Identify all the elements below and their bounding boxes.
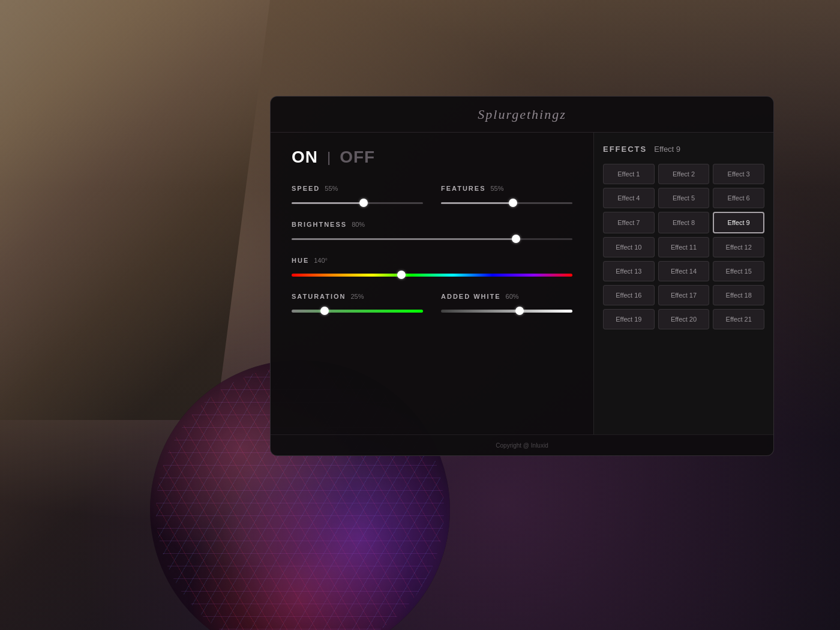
- effect-button-19[interactable]: Effect 19: [603, 309, 655, 329]
- speed-label-row: SPEED 55%: [292, 185, 423, 192]
- hue-value: 140°: [314, 257, 328, 264]
- effect-button-8[interactable]: Effect 8: [658, 212, 710, 233]
- hue-thumb[interactable]: [397, 271, 406, 279]
- power-on-button[interactable]: ON: [292, 148, 318, 167]
- effects-current: Effect 9: [654, 145, 680, 154]
- features-slider-group: FEATURES 55%: [441, 185, 572, 209]
- effect-button-11[interactable]: Effect 11: [658, 237, 710, 257]
- effect-button-12[interactable]: Effect 12: [713, 237, 764, 257]
- brightness-value: 80%: [352, 221, 365, 228]
- speed-track: [292, 202, 423, 204]
- saturation-slider-track-container[interactable]: [292, 305, 423, 317]
- power-divider: |: [327, 149, 331, 166]
- effects-header: EFFECTS Effect 9: [603, 145, 764, 154]
- effect-button-15[interactable]: Effect 15: [713, 261, 764, 281]
- features-slider-track-container[interactable]: [441, 197, 572, 209]
- effect-button-2[interactable]: Effect 2: [658, 164, 710, 184]
- effect-button-5[interactable]: Effect 5: [658, 188, 710, 208]
- added-white-label: ADDED WHITE: [441, 293, 501, 300]
- saturation-thumb[interactable]: [320, 307, 329, 315]
- brightness-thumb[interactable]: [512, 235, 520, 243]
- saturation-track: [292, 310, 423, 313]
- power-off-button[interactable]: OFF: [340, 148, 375, 167]
- hue-label: HUE: [292, 257, 309, 264]
- saturation-label-row: SATURATION 25%: [292, 293, 423, 300]
- effect-button-21[interactable]: Effect 21: [713, 309, 764, 329]
- hue-slider-track-container[interactable]: [292, 269, 572, 281]
- speed-fill: [292, 202, 364, 204]
- hue-track: [292, 274, 572, 277]
- features-fill: [441, 202, 513, 204]
- saturation-value: 25%: [350, 293, 364, 300]
- effects-title: EFFECTS: [603, 145, 647, 154]
- speed-label: SPEED: [292, 185, 320, 192]
- saturation-slider-group: SATURATION 25%: [292, 293, 423, 317]
- power-controls: ON | OFF: [292, 148, 572, 167]
- effect-button-7[interactable]: Effect 7: [603, 212, 655, 233]
- features-value: 55%: [490, 185, 503, 192]
- effect-button-6[interactable]: Effect 6: [713, 188, 764, 208]
- features-track: [441, 202, 572, 204]
- speed-value: 55%: [325, 185, 338, 192]
- effect-button-3[interactable]: Effect 3: [713, 164, 764, 184]
- brightness-label-row: BRIGHTNESS 80%: [292, 221, 572, 228]
- added-white-slider-track-container[interactable]: [441, 305, 572, 317]
- brightness-label: BRIGHTNESS: [292, 221, 347, 228]
- added-white-track: [441, 310, 572, 313]
- effect-button-18[interactable]: Effect 18: [713, 285, 764, 305]
- panel-content: ON | OFF SPEED 55%: [271, 133, 773, 434]
- speed-thumb[interactable]: [359, 199, 368, 207]
- brightness-fill: [292, 238, 516, 240]
- saturation-label: SATURATION: [292, 293, 346, 300]
- effect-button-13[interactable]: Effect 13: [603, 261, 655, 281]
- copyright-text: Copyright @ Inluxid: [496, 442, 548, 449]
- effect-button-1[interactable]: Effect 1: [603, 164, 655, 184]
- logo: Splurgethingz: [478, 107, 566, 122]
- panel-header: Splurgethingz: [271, 97, 773, 133]
- features-label-row: FEATURES 55%: [441, 185, 572, 192]
- added-white-value: 60%: [506, 293, 519, 300]
- effect-button-10[interactable]: Effect 10: [603, 237, 655, 257]
- brightness-track: [292, 238, 572, 240]
- added-white-slider-group: ADDED WHITE 60%: [441, 293, 572, 317]
- panel-footer: Copyright @ Inluxid: [271, 434, 773, 455]
- speed-slider-group: SPEED 55%: [292, 185, 423, 209]
- features-label: FEATURES: [441, 185, 485, 192]
- effects-grid: Effect 1Effect 2Effect 3Effect 4Effect 5…: [603, 164, 764, 329]
- controls-area: ON | OFF SPEED 55%: [271, 133, 593, 434]
- hue-slider-group: HUE 140°: [292, 257, 572, 281]
- brightness-slider-track-container[interactable]: [292, 233, 572, 245]
- hue-label-row: HUE 140°: [292, 257, 572, 264]
- speed-slider-track-container[interactable]: [292, 197, 423, 209]
- effect-button-16[interactable]: Effect 16: [603, 285, 655, 305]
- effect-button-4[interactable]: Effect 4: [603, 188, 655, 208]
- effect-button-20[interactable]: Effect 20: [658, 309, 710, 329]
- effect-button-14[interactable]: Effect 14: [658, 261, 710, 281]
- brightness-slider-group: BRIGHTNESS 80%: [292, 221, 572, 245]
- main-ui-panel: Splurgethingz ON | OFF SPEED 55%: [270, 96, 774, 456]
- effects-panel: EFFECTS Effect 9 Effect 1Effect 2Effect …: [593, 133, 773, 434]
- effect-button-17[interactable]: Effect 17: [658, 285, 710, 305]
- added-white-label-row: ADDED WHITE 60%: [441, 293, 572, 300]
- added-white-thumb[interactable]: [515, 307, 524, 315]
- effect-button-9[interactable]: Effect 9: [713, 212, 764, 233]
- sliders-grid: SPEED 55% FEATURES 55%: [292, 185, 572, 317]
- features-thumb[interactable]: [509, 199, 517, 207]
